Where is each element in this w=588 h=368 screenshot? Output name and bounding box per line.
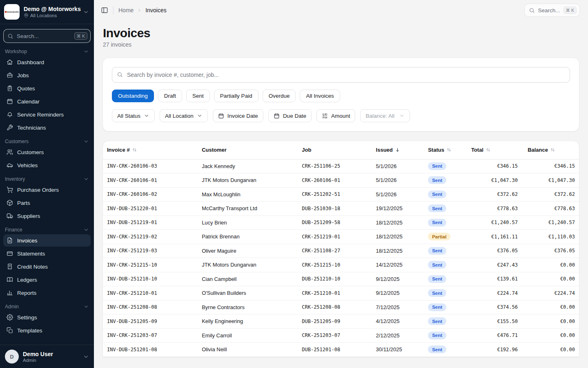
section-label: Admin [5,304,19,310]
calendar-icon [274,113,280,119]
cell-job: CRK-251203-07 [298,328,372,343]
sidebar-toggle-icon[interactable] [101,7,108,14]
table-row[interactable]: INV-DUB-251210-10Cian CampbellDUB-251210… [103,272,579,286]
sidebar-item-parts[interactable]: Parts [3,197,91,209]
column-header-balance[interactable]: Balance [522,141,579,159]
filter-tab-sent[interactable]: Sent [186,90,210,102]
cell-balance: €778.63 [522,202,579,216]
column-header-status[interactable]: Status [424,141,467,159]
sidebar-item-vehicles[interactable]: Vehicles [3,159,91,171]
filter-tab-draft[interactable]: Draft [158,90,182,102]
sidebar-item-quotes[interactable]: Quotes [3,82,91,94]
calendar-icon [7,98,13,105]
section-label: Workshop [5,49,27,54]
table-row[interactable]: INV-CRK-251219-02Patrick BrennanCRK-2512… [103,230,579,244]
user-menu[interactable]: D Demo User Admin [0,345,94,368]
topbar-search-button[interactable]: Search... ⌘ K [524,4,580,17]
invoice-icon [7,237,13,244]
cell-invoice-number: INV-DUB-251205-09 [103,314,198,329]
cell-status: Sent [424,215,467,230]
sidebar-item-purchase-orders[interactable]: Purchase Orders [3,184,91,196]
cell-issued-date: 18/12/2025 [372,230,424,244]
cell-job: DUB-251210-10 [298,272,372,286]
cell-total: €1,240.57 [467,215,522,230]
filter-tab-outstanding[interactable]: Outstanding [112,90,154,102]
filter-control-due-date[interactable]: Due Date [268,109,312,122]
status-badge: Partial [428,233,450,240]
sidebar-item-suppliers[interactable]: Suppliers [3,210,91,222]
sidebar-item-dashboard[interactable]: Dashboard [3,56,91,68]
table-row[interactable]: INV-CRK-251203-07Emily CarrollCRK-251203… [103,328,579,343]
table-row[interactable]: INV-DUB-251219-01Lucy BrienDUB-251209-58… [103,215,579,230]
sidebar-item-ledgers[interactable]: Ledgers [3,274,91,286]
cell-customer: JTK Motors Dungarvan [198,173,298,188]
gear-icon [7,314,13,321]
cell-balance: €0.00 [522,343,579,357]
control-label: All Status [117,113,140,119]
cell-job: CRK-251108-27 [298,244,372,258]
sidebar-search-button[interactable]: Search... ⌘ K [3,29,91,43]
org-logo: motorworks [4,4,20,20]
cell-status: Partial [424,230,467,244]
org-switcher[interactable]: motorworks Demo @ Motorworks All Locatio… [0,0,94,24]
sidebar-item-customers[interactable]: Customers [3,146,91,158]
filter-control-all-status[interactable]: All Status [112,109,155,122]
sidebar-item-settings[interactable]: Settings [3,311,91,323]
cell-customer: Kelly Engineering [198,314,298,329]
table-row[interactable]: INV-CRK-260106-02Max McLoughlinCRK-25120… [103,187,579,202]
column-header-invoice[interactable]: Invoice # [103,141,198,159]
status-badge: Sent [428,303,446,311]
table-row[interactable]: INV-CRK-251215-10JTK Motors DungarvanCRK… [103,258,579,272]
bell-icon [7,111,13,118]
table-row[interactable]: INV-CRK-251208-08Byrne ContractorsCRK-25… [103,300,579,314]
sidebar-nav: WorkshopDashboardJobsQuotesCalendarServi… [0,45,94,345]
users-icon [7,149,13,155]
book-icon [7,276,13,283]
table-row[interactable]: INV-CRK-251219-03Oliver MaguireCRK-25110… [103,244,579,258]
sidebar-item-technicians[interactable]: Technicians [3,121,91,134]
sidebar-item-label: Calendar [17,99,40,105]
cart-icon [7,186,13,193]
cell-status: Sent [424,187,467,202]
table-row[interactable]: INV-DUB-251205-09Kelly EngineeringDUB-25… [103,314,579,329]
table-row[interactable]: INV-CRK-251210-01O'Sullivan BuildersCRK-… [103,286,579,301]
filter-tab-partially-paid[interactable]: Partially Paid [214,90,258,102]
filter-control-invoice-date[interactable]: Invoice Date [213,109,263,122]
filter-control-amount[interactable]: Amount [316,109,356,122]
wrench-icon [7,124,13,131]
sidebar-item-templates[interactable]: Templates [3,324,91,337]
filter-control-balance-all[interactable]: Balance: All [360,109,410,122]
table-row[interactable]: INV-CRK-260106-03Jack KennedyCRK-251106-… [103,159,579,173]
sidebar-item-service-reminders[interactable]: Service Reminders [3,108,91,121]
sidebar-item-statements[interactable]: Statements [3,247,91,260]
cell-total: €247.43 [467,258,522,272]
breadcrumb-home[interactable]: Home [118,7,134,13]
table-row[interactable]: INV-DUB-251201-08Olivia NeillDUB-251201-… [103,343,579,357]
column-header-issued[interactable]: Issued [372,141,424,159]
section-header-workshop[interactable]: Workshop [3,45,91,56]
cell-status: Sent [424,244,467,258]
column-header-total[interactable]: Total [467,141,522,159]
sidebar-item-reports[interactable]: Reports [3,287,91,299]
sidebar-item-invoices[interactable]: Invoices [3,234,91,247]
section-header-finance[interactable]: Finance [3,223,91,234]
filter-tab-all-invoices[interactable]: All Invoices [300,90,340,102]
sidebar-item-calendar[interactable]: Calendar [3,95,91,108]
cell-total: €224.74 [467,286,522,301]
table-row[interactable]: INV-DUB-251220-01McCarthy Transport LtdD… [103,202,579,216]
section-header-customers[interactable]: Customers [3,135,91,146]
sidebar-item-label: Quotes [17,85,35,92]
sidebar-item-jobs[interactable]: Jobs [3,69,91,81]
table-row[interactable]: INV-CRK-260106-01JTK Motors DungarvanCRK… [103,173,579,188]
cell-job: DUB-251209-58 [298,215,372,230]
cell-status: Sent [424,314,467,329]
invoice-search-input[interactable] [112,67,570,83]
section-label: Customers [5,139,29,144]
section-header-inventory[interactable]: Inventory [3,172,91,184]
filter-tab-overdue[interactable]: Overdue [263,90,296,102]
section-header-admin[interactable]: Admin [3,300,91,311]
control-label: All Location [165,113,194,119]
filter-control-all-location[interactable]: All Location [160,109,208,122]
sidebar-item-label: Suppliers [17,213,40,219]
sidebar-item-credit-notes[interactable]: Credit Notes [3,260,91,273]
